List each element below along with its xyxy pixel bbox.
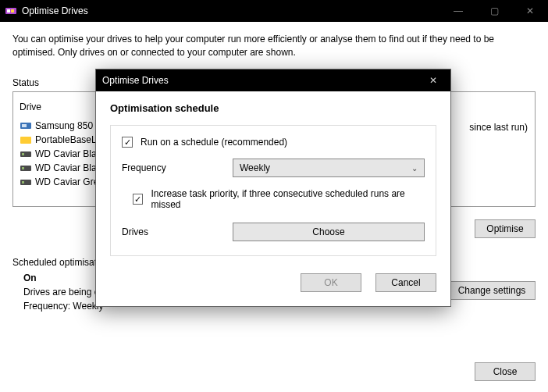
choose-drives-button[interactable]: Choose (233, 223, 425, 241)
svg-rect-4 (22, 124, 27, 127)
run-schedule-checkbox[interactable]: ✓ (122, 137, 133, 148)
ssd-icon (20, 121, 32, 130)
svg-rect-11 (22, 181, 24, 184)
schedule-options-box: ✓ Run on a schedule (recommended) Freque… (110, 125, 436, 256)
main-close-button[interactable]: Close (475, 362, 536, 381)
minimize-button[interactable]: — (440, 0, 476, 22)
priority-checkbox[interactable]: ✓ (133, 194, 143, 205)
hdd-icon (20, 149, 32, 159)
svg-rect-9 (22, 167, 24, 169)
app-icon (5, 5, 17, 17)
svg-rect-7 (22, 153, 24, 155)
dialog-heading: Optimisation schedule (110, 102, 436, 114)
frequency-value: Weekly (240, 162, 270, 173)
column-drive: Drive (20, 102, 41, 112)
window-title: Optimise Drives (22, 5, 88, 16)
schedule-dialog: Optimise Drives ✕ Optimisation schedule … (95, 69, 451, 307)
chevron-down-icon: ⌄ (411, 164, 418, 173)
dialog-title: Optimise Drives (102, 75, 169, 86)
svg-rect-1 (7, 9, 10, 12)
close-button[interactable]: ✕ (512, 0, 548, 22)
frequency-select[interactable]: Weekly ⌄ (233, 159, 425, 177)
main-titlebar: Optimise Drives — ▢ ✕ (0, 0, 548, 22)
priority-label: Increase task priority, if three consecu… (151, 188, 425, 210)
frequency-label: Frequency (122, 162, 233, 173)
dialog-close-button[interactable]: ✕ (416, 69, 450, 91)
run-schedule-label: Run on a schedule (recommended) (141, 137, 287, 148)
dialog-ok-button[interactable]: OK (301, 273, 361, 292)
optimise-button[interactable]: Optimise (475, 219, 536, 238)
close-icon: ✕ (429, 75, 437, 86)
drives-label: Drives (122, 226, 233, 237)
svg-rect-5 (20, 137, 31, 144)
dialog-titlebar: Optimise Drives ✕ (96, 69, 450, 91)
hdd-icon (20, 177, 32, 187)
folder-icon (20, 135, 32, 144)
dialog-cancel-button[interactable]: Cancel (375, 273, 436, 292)
maximize-button[interactable]: ▢ (476, 0, 512, 22)
hdd-icon (20, 163, 32, 173)
svg-rect-2 (11, 9, 14, 12)
window-controls: — ▢ ✕ (440, 0, 548, 22)
column-current-status: since last run) (469, 122, 528, 133)
change-settings-button[interactable]: Change settings (448, 281, 536, 300)
description-text: You can optimise your drives to help you… (12, 33, 536, 60)
